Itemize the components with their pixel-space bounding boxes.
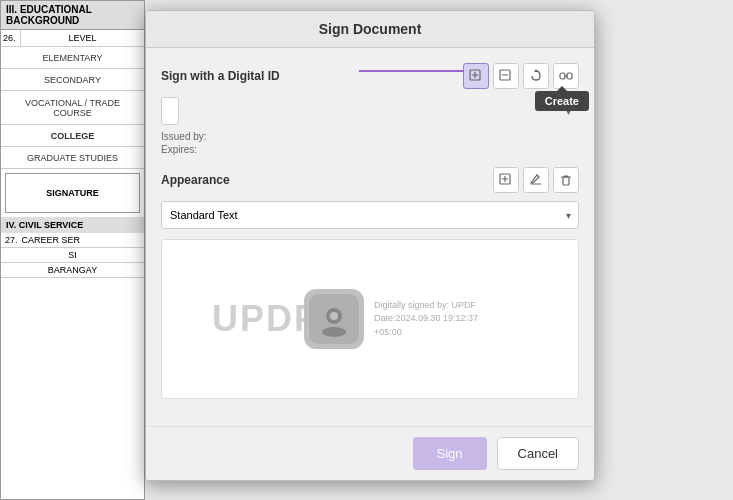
updf-stamp-icon: [304, 289, 364, 349]
vocational-row: VOCATIONAL / TRADE COURSE: [1, 91, 144, 125]
create-icon-btn[interactable]: [463, 63, 489, 89]
appearance-row: Appearance: [161, 167, 579, 193]
sign-with-row: Sign with a Digital ID: [161, 63, 579, 89]
create-tooltip: Create: [535, 91, 589, 111]
sign-with-label: Sign with a Digital ID: [161, 69, 280, 83]
sub-label: SI: [1, 248, 144, 263]
appearance-icons: [493, 167, 579, 193]
sign-document-modal: Sign Document Sign with a Digital ID: [145, 10, 595, 481]
level-label: LEVEL: [21, 30, 144, 46]
style-dropdown-wrapper: Standard Text ▾: [161, 201, 579, 229]
svg-marker-7: [534, 69, 538, 72]
appearance-add-btn[interactable]: [493, 167, 519, 193]
graduate-row: GRADUATE STUDIES: [1, 147, 144, 169]
toolbar-icons: Create: [463, 63, 579, 89]
add-icon: [499, 173, 513, 187]
signature-box: SIGNATURE: [5, 173, 140, 213]
expires-label: Expires:: [161, 144, 579, 155]
appearance-edit-btn[interactable]: [523, 167, 549, 193]
modal-footer: Sign Cancel: [146, 426, 594, 480]
refresh-icon: [529, 69, 543, 83]
elementary-row: ELEMENTARY: [1, 47, 144, 69]
updf-watermark-text: UPDF: [212, 298, 318, 340]
svg-rect-16: [563, 177, 569, 185]
appearance-delete-btn[interactable]: [553, 167, 579, 193]
stamp-text: Digitally signed by: UPDF Date:2024.09.3…: [374, 299, 478, 340]
row-num: 26.: [1, 30, 21, 46]
style-dropdown-inner: Standard Text ▾: [161, 201, 579, 229]
modal-title: Sign Document: [146, 11, 594, 48]
digital-id-select[interactable]: [161, 97, 179, 125]
svg-point-22: [322, 327, 346, 337]
stamp-container: Digitally signed by: UPDF Date:2024.09.3…: [304, 289, 478, 349]
svg-point-23: [330, 312, 338, 320]
cancel-button[interactable]: Cancel: [497, 437, 579, 470]
delete-icon: [559, 173, 573, 187]
updf-logo-svg: [309, 294, 359, 344]
college-row: COLLEGE: [1, 125, 144, 147]
edit-icon: [529, 173, 543, 187]
left-document: III. EDUCATIONAL BACKGROUND 26. LEVEL EL…: [0, 0, 145, 500]
barangay-label: BARANGAY: [1, 263, 144, 278]
refresh-icon-btn[interactable]: [523, 63, 549, 89]
appearance-label: Appearance: [161, 173, 230, 187]
section-header: III. EDUCATIONAL BACKGROUND: [1, 1, 144, 30]
style-select[interactable]: Standard Text: [161, 201, 579, 229]
civil-service-header: IV. CIVIL SERVICE: [1, 217, 144, 233]
digital-id-dropdown-row: ▾: [161, 97, 579, 125]
secondary-row: SECONDARY: [1, 69, 144, 91]
sign-button[interactable]: Sign: [413, 437, 487, 470]
row-27: 27. CAREER SER: [1, 233, 144, 248]
scissors-icon: [499, 69, 513, 83]
digital-id-dropdown-wrapper: ▾: [161, 97, 579, 125]
create-icon: [469, 69, 483, 83]
link-icon: [559, 69, 573, 83]
cut-icon-btn[interactable]: [493, 63, 519, 89]
issued-by-label: Issued by:: [161, 131, 579, 142]
signature-preview: UPDF Digitally signed by: UPDF Date:2024…: [161, 239, 579, 399]
